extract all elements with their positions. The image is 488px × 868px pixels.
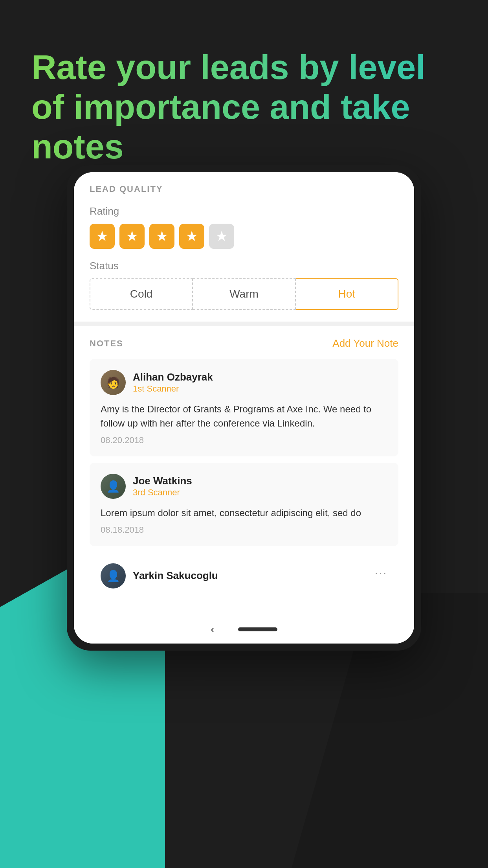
- headline-text: Rate your leads by level of importance a…: [31, 47, 457, 167]
- note-card-2: 👤 Joe Watkins 3rd Scanner Lorem ipsum do…: [90, 463, 398, 546]
- note-text-2: Lorem ipsum dolor sit amet, consectetur …: [101, 506, 387, 520]
- author-role-1: 1st Scanner: [133, 384, 213, 394]
- star-icon-1: ★: [96, 228, 108, 245]
- avatar-icon-1: 🧑: [106, 376, 120, 389]
- home-indicator[interactable]: [238, 627, 277, 631]
- author-name-1: Alihan Ozbayrak: [133, 371, 213, 383]
- lead-quality-label: LEAD QUALITY: [90, 184, 398, 194]
- star-4[interactable]: ★: [179, 224, 204, 249]
- author-info-2: Joe Watkins 3rd Scanner: [133, 475, 192, 497]
- avatar-1: 🧑: [101, 370, 126, 395]
- device-wrapper: LEAD QUALITY Rating ★ ★ ★ ★: [67, 165, 421, 651]
- section-divider: [74, 322, 414, 326]
- device-frame: LEAD QUALITY Rating ★ ★ ★ ★: [67, 165, 421, 651]
- status-label: Status: [90, 260, 398, 272]
- star-1[interactable]: ★: [90, 224, 115, 249]
- status-warm-button[interactable]: Warm: [193, 278, 295, 310]
- status-row: Cold Warm Hot: [90, 278, 398, 310]
- note-author-row-2: 👤 Joe Watkins 3rd Scanner: [101, 474, 387, 499]
- note-author-row-3: 👤 Yarkin Sakucoglu: [101, 563, 387, 588]
- author-info-3: Yarkin Sakucoglu: [133, 570, 218, 582]
- author-name-2: Joe Watkins: [133, 475, 192, 487]
- avatar-2: 👤: [101, 474, 126, 499]
- note-card-3: 👤 Yarkin Sakucoglu ···: [90, 552, 398, 607]
- more-options-icon[interactable]: ···: [375, 566, 387, 579]
- star-icon-5: ★: [215, 228, 228, 245]
- note-author-row-1: 🧑 Alihan Ozbayrak 1st Scanner: [101, 370, 387, 395]
- note-card-1: 🧑 Alihan Ozbayrak 1st Scanner Amy is the…: [90, 359, 398, 456]
- star-5[interactable]: ★: [209, 224, 234, 249]
- headline-container: Rate your leads by level of importance a…: [31, 47, 457, 167]
- rating-label: Rating: [90, 205, 398, 217]
- avatar-3: 👤: [101, 563, 126, 588]
- device-screen: LEAD QUALITY Rating ★ ★ ★ ★: [74, 172, 414, 644]
- author-name-3: Yarkin Sakucoglu: [133, 570, 218, 582]
- note-date-2: 08.18.2018: [101, 525, 387, 535]
- add-note-button[interactable]: Add Your Note: [332, 337, 398, 349]
- note-date-1: 08.20.2018: [101, 435, 387, 445]
- author-info-1: Alihan Ozbayrak 1st Scanner: [133, 371, 213, 394]
- stars-row: ★ ★ ★ ★ ★: [90, 224, 398, 249]
- avatar-icon-3: 👤: [106, 570, 120, 583]
- star-icon-4: ★: [185, 228, 198, 245]
- author-role-2: 3rd Scanner: [133, 487, 192, 498]
- avatar-icon-2: 👤: [106, 480, 120, 493]
- star-icon-3: ★: [156, 228, 168, 245]
- status-hot-button[interactable]: Hot: [296, 278, 398, 310]
- star-2[interactable]: ★: [119, 224, 145, 249]
- notes-header: NOTES Add Your Note: [90, 337, 398, 349]
- back-button[interactable]: ‹: [211, 623, 214, 636]
- note-text-1: Amy is the Director of Grants & Programs…: [101, 402, 387, 430]
- star-icon-2: ★: [126, 228, 138, 245]
- star-3[interactable]: ★: [149, 224, 174, 249]
- notes-section-label: NOTES: [90, 338, 123, 349]
- status-cold-button[interactable]: Cold: [90, 278, 193, 310]
- screen-content: LEAD QUALITY Rating ★ ★ ★ ★: [74, 172, 414, 644]
- bottom-nav: ‹: [74, 618, 414, 644]
- lead-quality-section: LEAD QUALITY Rating ★ ★ ★ ★: [74, 172, 414, 322]
- notes-section: NOTES Add Your Note 🧑 Alihan Ozbayrak 1s…: [74, 326, 414, 618]
